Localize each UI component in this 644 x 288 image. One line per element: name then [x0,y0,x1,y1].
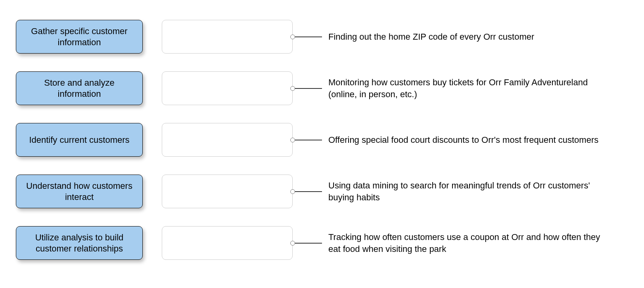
category-label: Utilize analysis to build customer relat… [23,232,135,254]
row-4: Understand how customers interact Using … [0,175,644,210]
drop-target-5[interactable] [162,226,293,260]
category-box-5[interactable]: Utilize analysis to build customer relat… [16,226,143,260]
matching-diagram: Gather specific customer information Fin… [0,0,644,288]
description-2[interactable]: Monitoring how customers buy tickets for… [328,71,614,105]
description-3[interactable]: Offering special food court discounts to… [328,123,614,157]
description-text: Finding out the home ZIP code of every O… [328,31,534,43]
row-3: Identify current customers Offering spec… [0,123,644,159]
connector-line [293,36,322,37]
description-text: Using data mining to search for meaningf… [328,180,614,203]
description-1[interactable]: Finding out the home ZIP code of every O… [328,20,614,54]
category-label: Understand how customers interact [23,180,135,202]
category-box-1[interactable]: Gather specific customer information [16,20,143,54]
description-text: Monitoring how customers buy tickets for… [328,77,614,100]
row-1: Gather specific customer information Fin… [0,20,644,56]
drop-target-2[interactable] [162,71,293,105]
category-label: Store and analyze information [23,77,135,99]
connector-line [293,243,322,244]
description-4[interactable]: Using data mining to search for meaningf… [328,175,614,208]
description-5[interactable]: Tracking how often customers use a coupo… [328,226,614,260]
connector-line [293,191,322,192]
category-box-4[interactable]: Understand how customers interact [16,175,143,208]
description-text: Tracking how often customers use a coupo… [328,231,614,255]
drop-target-3[interactable] [162,123,293,157]
connector-line [293,140,322,140]
description-text: Offering special food court discounts to… [328,134,598,146]
drop-target-1[interactable] [162,20,293,54]
row-2: Store and analyze information Monitoring… [0,71,644,107]
category-label: Gather specific customer information [23,26,135,48]
category-box-2[interactable]: Store and analyze information [16,71,143,105]
category-label: Identify current customers [29,134,129,146]
category-box-3[interactable]: Identify current customers [16,123,143,157]
connector-line [293,88,322,89]
row-5: Utilize analysis to build customer relat… [0,226,644,262]
drop-target-4[interactable] [162,175,293,208]
